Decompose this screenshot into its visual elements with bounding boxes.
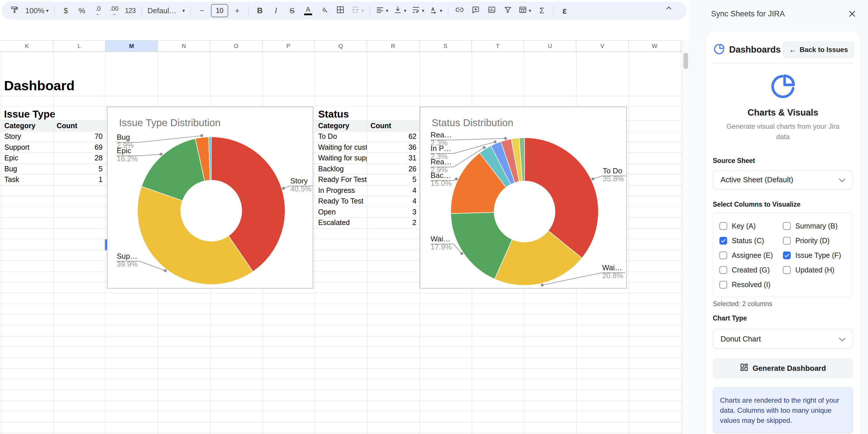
status-row-1-count[interactable]: 36 — [367, 142, 419, 153]
issue-type-header-count[interactable]: Count — [53, 120, 105, 131]
column-header-S[interactable]: S — [419, 40, 472, 52]
status-row-6-category[interactable]: Ready To Test — [315, 196, 367, 206]
column-header-T[interactable]: T — [472, 40, 524, 52]
source-sheet-select[interactable]: Active Sheet (Default) — [713, 170, 853, 189]
checkbox-unchecked-icon[interactable] — [783, 266, 791, 274]
status-row-4-category[interactable]: Ready For Test — [315, 174, 367, 185]
back-to-issues-button[interactable]: ← Back to Issues — [783, 42, 854, 58]
insert-link-button[interactable] — [453, 4, 467, 17]
status-header-count[interactable]: Count — [367, 120, 419, 131]
status-row-7-category[interactable]: Open — [315, 207, 367, 217]
column-header-U[interactable]: U — [524, 40, 576, 52]
column-header-Q[interactable]: Q — [315, 40, 367, 52]
column-header-W[interactable]: W — [628, 40, 681, 52]
scrollbar-thumb[interactable] — [683, 53, 688, 69]
checkbox-assignee-e[interactable]: Assignee (E) — [719, 251, 783, 259]
borders-button[interactable] — [333, 4, 347, 17]
checkbox-issue-type-f[interactable]: Issue Type (F) — [783, 251, 846, 259]
checkbox-unchecked-icon[interactable] — [783, 237, 791, 245]
checkbox-created-g[interactable]: Created (G) — [719, 266, 783, 274]
issue-type-row-0-count[interactable]: 70 — [53, 131, 105, 142]
column-header-V[interactable]: V — [576, 40, 628, 52]
checkbox-summary-b[interactable]: Summary (B) — [783, 222, 846, 230]
collapse-toolbar-button[interactable] — [662, 2, 676, 16]
chart-2[interactable]: Status DistributionRea…2.3%In P…2.3%Rea…… — [420, 106, 627, 288]
currency-format-button[interactable]: $ — [59, 4, 73, 17]
status-row-3-category[interactable]: Backlog — [315, 163, 367, 174]
issue-type-row-2-category[interactable]: Epic — [1, 153, 53, 163]
paint-format-button[interactable] — [7, 4, 22, 17]
status-row-5-category[interactable]: In Progress — [315, 185, 367, 196]
column-header-O[interactable]: O — [210, 40, 262, 52]
fill-color-button[interactable] — [317, 4, 331, 17]
checkbox-priority-d[interactable]: Priority (D) — [783, 237, 846, 245]
cell-dashboard-title[interactable]: Dashboard — [4, 75, 75, 96]
issue-type-row-0-category[interactable]: Story — [1, 131, 53, 142]
increase-font-size-button[interactable]: + — [230, 4, 244, 17]
status-row-2-count[interactable]: 31 — [367, 153, 419, 163]
column-header-K[interactable]: K — [1, 40, 53, 52]
checkbox-checked-icon[interactable] — [719, 237, 727, 245]
status-row-8-count[interactable]: 2 — [367, 217, 419, 228]
filter-button[interactable] — [501, 4, 515, 17]
status-row-6-count[interactable]: 4 — [367, 196, 419, 206]
checkbox-status-c[interactable]: Status (C) — [719, 237, 783, 245]
column-header-L[interactable]: L — [53, 40, 105, 52]
insert-comment-button[interactable] — [468, 4, 483, 17]
checkbox-unchecked-icon[interactable] — [719, 281, 727, 288]
column-header-R[interactable]: R — [367, 40, 419, 52]
decrease-font-size-button[interactable]: − — [195, 4, 209, 17]
issue-type-row-4-category[interactable]: Task — [1, 174, 53, 185]
status-row-5-count[interactable]: 4 — [367, 185, 419, 196]
issue-type-row-2-count[interactable]: 28 — [53, 153, 105, 163]
status-table-title[interactable]: Status — [318, 106, 349, 121]
status-row-4-count[interactable]: 5 — [367, 174, 419, 185]
issue-type-row-4-count[interactable]: 1 — [53, 174, 105, 185]
horizontal-align-button[interactable]: ▾ — [374, 4, 390, 17]
checkbox-unchecked-icon[interactable] — [719, 222, 727, 230]
merge-cells-button[interactable]: ▾ — [349, 4, 366, 17]
checkbox-unchecked-icon[interactable] — [719, 266, 727, 274]
text-color-button[interactable]: A — [301, 4, 315, 17]
status-row-0-count[interactable]: 62 — [367, 131, 419, 142]
status-row-7-count[interactable]: 3 — [367, 207, 419, 217]
close-sidebar-button[interactable] — [847, 9, 857, 19]
spreadsheet-grid[interactable]: Dashboard Issue Type Status CategoryCoun… — [0, 52, 682, 434]
issue-type-row-3-count[interactable]: 5 — [53, 163, 105, 174]
status-row-0-category[interactable]: To Do — [315, 131, 367, 142]
table-views-button[interactable]: ▾ — [517, 4, 533, 17]
checkbox-resolved-i[interactable]: Resolved (I) — [719, 281, 783, 289]
font-size-input[interactable]: 10 — [211, 4, 228, 17]
bold-button[interactable]: B — [253, 4, 267, 17]
increase-decimal-button[interactable]: .00→ — [107, 4, 121, 17]
status-row-8-category[interactable]: Escalated — [315, 217, 367, 228]
column-header-N[interactable]: N — [158, 40, 210, 52]
status-header-category[interactable]: Category — [315, 120, 367, 131]
insert-chart-button[interactable] — [485, 4, 499, 17]
issue-type-table-title[interactable]: Issue Type — [4, 106, 55, 121]
extension-functions-button[interactable]: ε — [557, 4, 572, 17]
sum-functions-button[interactable]: Σ — [535, 4, 549, 17]
checkbox-unchecked-icon[interactable] — [783, 222, 791, 230]
checkbox-checked-icon[interactable] — [783, 251, 791, 259]
status-row-2-category[interactable]: Waiting for support — [315, 153, 367, 163]
text-rotation-button[interactable]: A ▾ — [428, 4, 444, 17]
zoom-control[interactable]: 100%▾ — [24, 4, 50, 17]
font-family-select[interactable]: Defaul…▾ — [146, 4, 187, 17]
italic-button[interactable]: I — [269, 4, 283, 17]
vertical-align-button[interactable]: ▾ — [392, 4, 408, 17]
issue-type-row-1-count[interactable]: 69 — [53, 142, 105, 153]
checkbox-unchecked-icon[interactable] — [719, 251, 727, 259]
column-header-P[interactable]: P — [262, 40, 315, 52]
generate-dashboard-button[interactable]: Generate Dashboard — [713, 358, 853, 378]
column-header-M[interactable]: M — [105, 40, 158, 52]
issue-type-row-3-category[interactable]: Bug — [1, 163, 53, 174]
issue-type-row-1-category[interactable]: Support — [1, 142, 53, 153]
status-row-3-count[interactable]: 26 — [367, 163, 419, 174]
issue-type-header-category[interactable]: Category — [1, 120, 53, 131]
text-wrap-button[interactable]: ▾ — [410, 4, 426, 17]
chart-1[interactable]: Issue Type DistributionBug2.9%Epic16.2%S… — [107, 106, 313, 288]
number-format-button[interactable]: 123 — [123, 4, 137, 17]
decrease-decimal-button[interactable]: .0← — [91, 4, 105, 17]
checkbox-updated-h[interactable]: Updated (H) — [783, 266, 846, 274]
